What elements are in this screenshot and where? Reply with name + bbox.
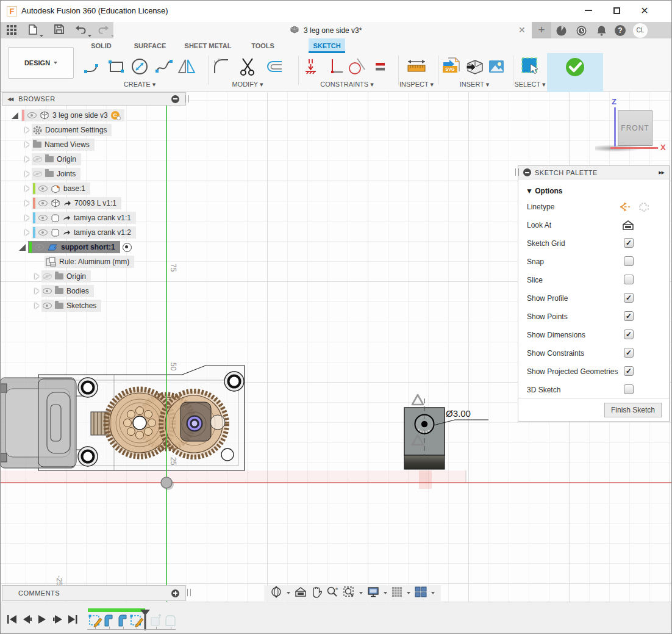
- app-grid-icon[interactable]: [7, 25, 16, 37]
- show-dimensions-checkbox[interactable]: ✓: [624, 330, 634, 339]
- close-button[interactable]: ✕: [631, 1, 659, 20]
- viewports-icon[interactable]: [415, 586, 427, 600]
- modify-offset-icon[interactable]: [263, 56, 285, 77]
- browser-collapse-icon[interactable]: ◀◀: [7, 96, 12, 102]
- constraint-vertical-icon[interactable]: [324, 56, 346, 77]
- tree-label[interactable]: Origin: [66, 272, 86, 281]
- tree-label[interactable]: Joints: [57, 170, 76, 178]
- comments-drag-handle[interactable]: [187, 589, 191, 596]
- tree-label[interactable]: Bodies: [66, 287, 89, 295]
- dimension-value[interactable]: Ø3.00: [446, 408, 471, 419]
- timeline-feature-suppressed2[interactable]: [163, 613, 178, 628]
- show-projected-checkbox[interactable]: ✓: [624, 366, 634, 376]
- collapse-arrow[interactable]: [25, 156, 29, 162]
- in-the-cloud-badge[interactable]: C: [111, 111, 120, 120]
- constraints-group-label[interactable]: CONSTRAINTS ▾: [320, 81, 373, 88]
- tab-tools[interactable]: TOOLS: [243, 38, 282, 53]
- construction-linetype-icon[interactable]: [618, 201, 631, 213]
- palette-drag-handle[interactable]: [515, 168, 519, 176]
- save-icon[interactable]: [54, 24, 64, 37]
- tab-surface[interactable]: SURFACE: [126, 38, 174, 53]
- notifications-bell-icon[interactable]: [595, 24, 608, 37]
- activate-component-radio[interactable]: [123, 243, 132, 252]
- tab-sheet-metal[interactable]: SHEET METAL: [181, 38, 235, 53]
- projected-linetype-icon[interactable]: [637, 201, 651, 213]
- finish-sketch-button[interactable]: FINISH SKETCH ▾: [547, 53, 603, 92]
- fit-icon[interactable]: [343, 586, 355, 600]
- tab-sketch[interactable]: SKETCH: [309, 38, 345, 53]
- snap-checkbox[interactable]: [624, 256, 634, 266]
- modify-group-label[interactable]: MODIFY ▾: [232, 81, 263, 88]
- document-tab[interactable]: 3 leg one side v3*: [113, 22, 540, 38]
- extensions-icon[interactable]: [554, 24, 568, 37]
- options-section-header[interactable]: ▼ Options: [518, 179, 669, 198]
- tree-row-root[interactable]: 3 leg one side v3 C: [12, 109, 124, 122]
- tab-close-icon[interactable]: ✕: [518, 25, 526, 35]
- timeline-step-back-button[interactable]: [22, 614, 32, 627]
- visibility-eye-icon[interactable]: [38, 229, 48, 236]
- tree-row-named-views[interactable]: Named Views: [25, 138, 95, 151]
- create-line-icon[interactable]: [81, 56, 103, 77]
- create-group-label[interactable]: CREATE ▾: [124, 81, 155, 88]
- collapse-arrow[interactable]: [25, 142, 29, 148]
- visibility-eye-icon[interactable]: [43, 288, 52, 294]
- tree-label[interactable]: Document Settings: [45, 126, 107, 134]
- tree-label[interactable]: Rule: Aluminum (mm): [59, 258, 129, 266]
- look-at-icon[interactable]: [621, 220, 635, 231]
- tree-row-support-short[interactable]: support short:1: [19, 240, 132, 254]
- collapse-arrow[interactable]: [25, 171, 29, 177]
- show-profile-checkbox[interactable]: ✓: [624, 293, 634, 303]
- tree-row-origin2[interactable]: Origin: [35, 270, 91, 283]
- select-group-label[interactable]: SELECT ▾: [514, 81, 545, 88]
- tree-label[interactable]: 70093 L v1:1: [74, 199, 116, 207]
- new-tab-button[interactable]: +: [532, 22, 551, 38]
- redo-icon[interactable]: [98, 25, 109, 36]
- expand-arrow[interactable]: [12, 112, 18, 119]
- help-icon[interactable]: ?: [613, 24, 627, 37]
- display-settings-icon[interactable]: [367, 586, 379, 600]
- timeline-feature-flange1[interactable]: [102, 613, 116, 628]
- timeline-feature-flange2[interactable]: [116, 613, 130, 628]
- add-comment-icon[interactable]: [171, 589, 179, 597]
- tree-row-bodies[interactable]: Bodies: [35, 284, 94, 298]
- modify-fillet-icon[interactable]: [210, 56, 232, 77]
- timeline-ruler[interactable]: [87, 629, 176, 630]
- timeline-play-button[interactable]: [37, 614, 48, 627]
- visibility-eye-icon[interactable]: [33, 171, 42, 177]
- sketch-palette-header[interactable]: SKETCH PALETTE ▶▶: [518, 166, 669, 179]
- insert-group-label[interactable]: INSERT ▾: [460, 81, 490, 88]
- inspect-measure-icon[interactable]: [406, 56, 427, 77]
- visibility-eye-icon[interactable]: [38, 186, 48, 192]
- orbit-caret[interactable]: [287, 592, 290, 594]
- look-at-nav-icon[interactable]: [295, 586, 307, 600]
- expand-arrow[interactable]: [19, 244, 26, 251]
- 3d-sketch-checkbox[interactable]: [624, 384, 634, 394]
- minimize-button[interactable]: [574, 1, 602, 20]
- create-circle-icon[interactable]: [129, 56, 151, 77]
- modify-trim-icon[interactable]: [237, 56, 259, 77]
- collapse-arrow[interactable]: [35, 288, 39, 294]
- visibility-eye-icon[interactable]: [27, 112, 37, 118]
- create-spline-icon[interactable]: [153, 56, 175, 77]
- collapse-arrow[interactable]: [35, 273, 39, 279]
- fit-caret[interactable]: [359, 592, 363, 594]
- visibility-eye-icon[interactable]: [43, 273, 52, 279]
- tree-row-crank1[interactable]: tamiya crank v1:1: [25, 211, 136, 225]
- palette-minimize-icon[interactable]: [523, 168, 531, 176]
- inspect-group-label[interactable]: INSPECT ▾: [399, 81, 434, 88]
- collapse-arrow[interactable]: [35, 303, 39, 309]
- timeline-step-forward-button[interactable]: [52, 614, 63, 627]
- orbit-icon[interactable]: [270, 586, 282, 600]
- palette-expand-icon[interactable]: ▶▶: [659, 170, 664, 175]
- tree-row-base[interactable]: base:1: [25, 182, 90, 195]
- workspace-selector[interactable]: DESIGN: [8, 47, 74, 79]
- visibility-eye-icon[interactable]: [38, 200, 48, 206]
- collapse-arrow[interactable]: [25, 186, 29, 192]
- tree-label[interactable]: Sketches: [66, 301, 96, 310]
- sketch-grid-checkbox[interactable]: ✓: [624, 238, 634, 248]
- create-mirror-icon[interactable]: [176, 56, 198, 77]
- browser-drag-handle[interactable]: [185, 95, 189, 103]
- tree-label[interactable]: support short:1: [61, 243, 115, 251]
- visibility-eye-icon[interactable]: [33, 156, 42, 162]
- show-constraints-checkbox[interactable]: ✓: [624, 348, 634, 358]
